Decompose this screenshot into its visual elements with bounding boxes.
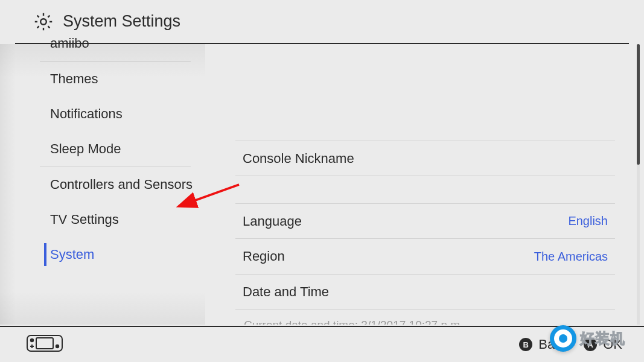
setting-label: Console Nickname: [243, 151, 354, 167]
back-label: Back: [538, 337, 568, 352]
a-button-icon: A: [584, 338, 597, 351]
setting-label: Language: [243, 214, 302, 229]
sidebar-item-notifications[interactable]: Notifications: [0, 97, 205, 132]
b-button-icon: B: [519, 338, 532, 351]
sidebar-item-label: Notifications: [50, 106, 123, 122]
setting-value: The Americas: [534, 250, 608, 264]
sidebar-item-themes[interactable]: Themes: [0, 62, 205, 97]
sidebar-item-label: Themes: [50, 71, 98, 87]
svg-point-5: [56, 345, 59, 348]
sidebar-list: amiibo Themes Notifications Sleep Mode C…: [0, 26, 205, 272]
setting-row-language[interactable]: Language English: [235, 203, 615, 239]
sidebar-item-label: Sleep Mode: [50, 141, 121, 157]
controller-icon: [27, 335, 63, 354]
sidebar-item-label: System: [50, 247, 94, 262]
sidebar-item-label: TV Settings: [50, 212, 119, 227]
settings-panel: Console Nickname Language English Region…: [205, 44, 644, 325]
ok-label: OK: [603, 337, 622, 352]
setting-row-region[interactable]: Region The Americas: [235, 239, 615, 275]
main: amiibo Themes Notifications Sleep Mode C…: [0, 44, 644, 325]
current-date-time-text: Current date and time: 3/1/2017 10:27 p.…: [235, 310, 615, 325]
scrollbar-thumb[interactable]: [637, 44, 640, 165]
ok-button[interactable]: A OK: [584, 337, 622, 352]
setting-label: Date and Time: [243, 284, 329, 300]
sidebar-item-system[interactable]: System: [0, 237, 205, 272]
sidebar-item-tv-settings[interactable]: TV Settings: [0, 202, 205, 237]
setting-row-date-and-time[interactable]: Date and Time: [235, 275, 615, 310]
setting-label: Region: [243, 249, 285, 264]
sidebar-item-label: amiibo: [50, 36, 89, 51]
svg-point-4: [31, 339, 33, 341]
setting-value: English: [568, 214, 608, 228]
svg-rect-3: [36, 338, 53, 349]
svg-point-0: [40, 19, 46, 25]
footer: B Back A OK: [0, 326, 644, 362]
back-button[interactable]: B Back: [519, 337, 568, 352]
sidebar-item-sleep-mode[interactable]: Sleep Mode: [0, 132, 205, 167]
sidebar-item-label: Controllers and Sensors: [50, 177, 193, 192]
sidebar-item-amiibo[interactable]: amiibo: [0, 26, 205, 61]
sidebar-item-controllers-and-sensors[interactable]: Controllers and Sensors: [0, 167, 205, 202]
setting-row-console-nickname[interactable]: Console Nickname: [235, 141, 615, 176]
sidebar: amiibo Themes Notifications Sleep Mode C…: [0, 44, 205, 325]
